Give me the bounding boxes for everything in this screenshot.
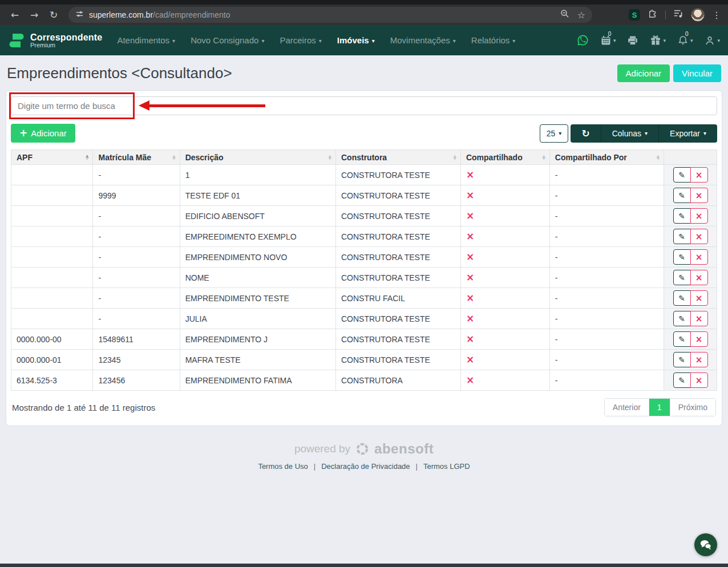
cell-apf bbox=[11, 206, 93, 226]
colunas-button[interactable]: Colunas ▾ bbox=[601, 124, 658, 143]
brand-title: Correspondente bbox=[30, 33, 102, 43]
delete-button[interactable]: × bbox=[690, 372, 708, 388]
browser-menu-icon[interactable]: ⋮ bbox=[712, 10, 721, 21]
media-playlist-icon[interactable] bbox=[673, 9, 683, 21]
cell-compartilhado-por: - bbox=[549, 165, 664, 185]
menu-atendimentos[interactable]: Atendimentos▾ bbox=[117, 35, 175, 45]
sort-desc-icon: ▼ bbox=[454, 157, 456, 160]
browser-tab-strip bbox=[0, 0, 728, 5]
delete-button[interactable]: × bbox=[690, 290, 708, 306]
delete-x-icon: × bbox=[695, 252, 703, 262]
adicionar-button[interactable]: Adicionar bbox=[617, 64, 670, 82]
col-header-compartilhado[interactable]: Compartilhado▲▼ bbox=[460, 150, 549, 165]
col-header-compartilhado-por[interactable]: Compartilhado Por▲▼ bbox=[549, 150, 664, 165]
delete-button[interactable]: × bbox=[690, 311, 708, 326]
delete-button[interactable]: × bbox=[690, 270, 708, 285]
delete-x-icon: × bbox=[695, 232, 703, 242]
chat-button[interactable] bbox=[694, 533, 717, 556]
cell-construtora: CONSTRUTORA TESTE bbox=[336, 185, 461, 206]
chevron-down-icon: ▾ bbox=[703, 130, 706, 136]
printer-icon[interactable] bbox=[627, 35, 638, 46]
link-declaracao-privacidade[interactable]: Declaração de Privacidade bbox=[321, 462, 410, 471]
search-input[interactable] bbox=[11, 96, 717, 115]
site-info-icon[interactable] bbox=[75, 10, 84, 21]
browser-forward-icon[interactable]: → bbox=[26, 7, 42, 23]
menu-movimentacoes[interactable]: Movimentações▾ bbox=[390, 35, 456, 45]
browser-back-icon[interactable]: ← bbox=[7, 7, 23, 23]
zoom-icon[interactable] bbox=[560, 9, 569, 21]
refresh-button[interactable]: ↻ bbox=[571, 124, 600, 143]
col-header-descricao[interactable]: Descrição▲▼ bbox=[180, 150, 335, 165]
cell-construtora: CONSTRUTORA TESTE bbox=[336, 226, 461, 247]
cell-actions: ✎ × bbox=[664, 247, 717, 268]
delete-button[interactable]: × bbox=[690, 331, 708, 347]
cell-apf bbox=[11, 165, 93, 185]
edit-button[interactable]: ✎ bbox=[673, 331, 691, 347]
col-header-matricula[interactable]: Matrícula Mãe▲▼ bbox=[93, 150, 180, 165]
exportar-button[interactable]: Exportar ▾ bbox=[658, 124, 717, 143]
empreendimentos-table: APF▲▼ Matrícula Mãe▲▼ Descrição▲▼ Constr… bbox=[11, 149, 717, 391]
menu-relatorios[interactable]: Relatórios▾ bbox=[471, 35, 516, 45]
bell-icon[interactable]: 0 ▾ bbox=[677, 35, 693, 46]
edit-button[interactable]: ✎ bbox=[673, 249, 691, 265]
menu-novo-consignado[interactable]: Novo Consignado▾ bbox=[191, 35, 264, 45]
cell-descricao: JULIA bbox=[180, 309, 335, 329]
edit-button[interactable]: ✎ bbox=[673, 270, 691, 285]
bookmark-star-icon[interactable]: ☆ bbox=[577, 10, 585, 21]
link-termos-lgpd[interactable]: Termos LGPD bbox=[423, 462, 470, 471]
pagination-page-1[interactable]: 1 bbox=[649, 399, 670, 416]
page-title: Empreendimentos <Consultando> bbox=[7, 64, 232, 82]
gift-icon[interactable]: ▾ bbox=[650, 35, 666, 46]
extensions-puzzle-icon[interactable] bbox=[648, 9, 658, 21]
table-row: - JULIA CONSTRUTORA TESTE × - ✎ × bbox=[11, 309, 717, 329]
add-record-button[interactable]: + Adicionar bbox=[11, 124, 75, 143]
delete-button[interactable]: × bbox=[690, 188, 708, 203]
edit-button[interactable]: ✎ bbox=[673, 352, 691, 367]
menu-imoveis[interactable]: Imóveis▾ bbox=[337, 35, 375, 45]
pagination-previous[interactable]: Anterior bbox=[605, 399, 649, 416]
edit-button[interactable]: ✎ bbox=[673, 372, 691, 388]
chevron-down-icon: ▾ bbox=[172, 38, 175, 44]
address-bar[interactable]: superleme.com.br/cad/empreendimento ☆ bbox=[68, 7, 592, 23]
page-size-select[interactable]: 25 ▾ bbox=[540, 124, 569, 143]
cell-matricula-mae: - bbox=[93, 288, 180, 309]
table-row: - EDIFICIO ABENSOFT CONSTRUTORA TESTE × … bbox=[11, 206, 717, 226]
menu-parceiros[interactable]: Parceiros▾ bbox=[280, 35, 321, 45]
whatsapp-icon[interactable] bbox=[577, 34, 589, 46]
col-header-construtora[interactable]: Construtora▲▼ bbox=[336, 150, 461, 165]
sort-desc-icon: ▼ bbox=[542, 157, 545, 160]
vincular-button[interactable]: Vincular bbox=[673, 64, 721, 82]
edit-button[interactable]: ✎ bbox=[673, 188, 691, 203]
delete-button[interactable]: × bbox=[690, 229, 708, 244]
edit-button[interactable]: ✎ bbox=[673, 229, 691, 244]
delete-x-icon: × bbox=[695, 314, 703, 324]
link-termos-de-uso[interactable]: Termos de Uso bbox=[258, 462, 308, 471]
table-row: - EMPREENDIMENTO NOVO CONSTRUTORA TESTE … bbox=[11, 247, 717, 268]
edit-button[interactable]: ✎ bbox=[673, 208, 691, 224]
delete-button[interactable]: × bbox=[690, 249, 708, 265]
edit-button[interactable]: ✎ bbox=[673, 311, 691, 326]
delete-button[interactable]: × bbox=[690, 167, 708, 183]
delete-button[interactable]: × bbox=[690, 352, 708, 367]
bottom-bar bbox=[0, 564, 728, 567]
delete-button[interactable]: × bbox=[690, 208, 708, 224]
not-shared-x-icon: × bbox=[466, 210, 474, 221]
edit-button[interactable]: ✎ bbox=[673, 290, 691, 306]
not-shared-x-icon: × bbox=[466, 354, 474, 365]
cell-actions: ✎ × bbox=[664, 350, 717, 370]
cell-compartilhado-por: - bbox=[549, 350, 664, 370]
table-row: - NOME CONSTRUTORA TESTE × - ✎ × bbox=[11, 268, 717, 288]
calendar-icon[interactable]: 0 ▾ bbox=[600, 35, 616, 46]
cell-descricao: NOME bbox=[180, 268, 335, 288]
pagination-next[interactable]: Próximo bbox=[670, 399, 715, 416]
edit-button[interactable]: ✎ bbox=[673, 167, 691, 183]
pencil-icon: ✎ bbox=[678, 376, 685, 385]
brand-logo[interactable]: Correspondente Premium bbox=[8, 32, 102, 49]
profile-avatar[interactable] bbox=[691, 8, 705, 22]
browser-reload-icon[interactable]: ↻ bbox=[46, 7, 62, 23]
superleme-extension-icon[interactable]: S bbox=[629, 9, 640, 21]
cell-compartilhado-por: - bbox=[549, 288, 664, 309]
delete-x-icon: × bbox=[695, 293, 703, 303]
col-header-apf[interactable]: APF▲▼ bbox=[11, 150, 93, 165]
user-menu-icon[interactable]: ▾ bbox=[704, 35, 720, 46]
